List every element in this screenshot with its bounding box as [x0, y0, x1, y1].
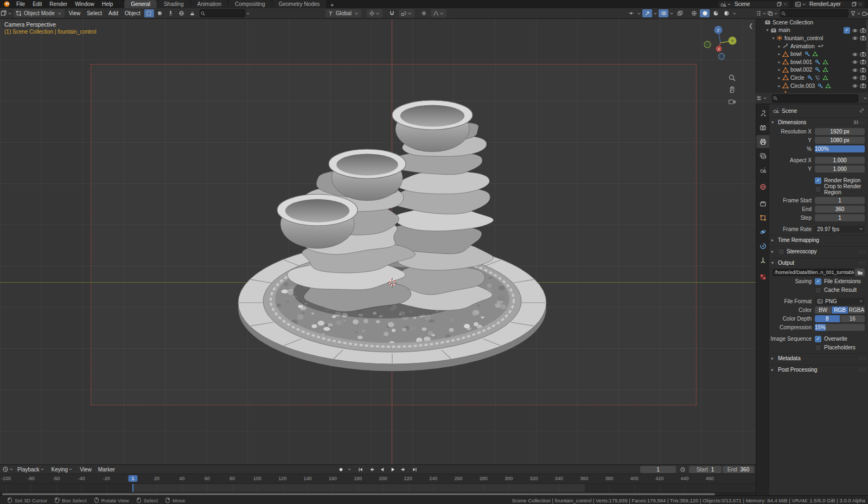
overwrite-checkbox[interactable]: ✓	[815, 336, 821, 342]
panel-header-metadata[interactable]: ▸Metadata∷∷	[769, 353, 868, 363]
timeline-menu-playback[interactable]: Playback	[14, 467, 48, 473]
view-layer-selector-label[interactable]: RenderLayer	[807, 1, 851, 7]
display-mode-icon[interactable]	[767, 10, 773, 16]
new-collection-icon[interactable]	[861, 10, 868, 17]
timeline-menu-keying[interactable]: Keying	[48, 467, 77, 473]
tool-stamp-icon[interactable]	[188, 9, 197, 17]
properties-tab-tool[interactable]	[756, 107, 770, 120]
color-mode-option-rgb[interactable]: RGB	[832, 307, 848, 314]
viewport-search-input[interactable]	[206, 10, 245, 16]
placeholders-checkbox[interactable]	[815, 344, 821, 351]
viewport-menu-object[interactable]: Object	[122, 10, 144, 16]
outliner-item-label[interactable]: Circle	[790, 75, 805, 81]
proportional-editing-toggle[interactable]	[419, 9, 429, 17]
pivot-point-dropdown[interactable]	[367, 9, 382, 17]
toggle-xray[interactable]	[675, 9, 685, 17]
compression-slider[interactable]: 15%	[815, 324, 865, 331]
disclosure-right-icon[interactable]: ▸	[776, 75, 782, 80]
chevron-down-icon[interactable]	[669, 11, 674, 16]
object-visibility[interactable]	[626, 9, 636, 17]
presets-icon[interactable]	[853, 119, 859, 125]
scene-selector[interactable]: Scene	[718, 1, 790, 8]
viewport-menu-add[interactable]: Add	[105, 10, 122, 16]
frame-rate-dropdown[interactable]: 29.97 fps	[815, 226, 865, 233]
outliner-row-main[interactable]: ▾main✓	[756, 27, 868, 35]
disable-in-renders-camera-icon[interactable]	[860, 51, 866, 58]
outliner-search-input[interactable]	[786, 10, 848, 16]
menu-help[interactable]: Help	[98, 1, 117, 7]
chevron-down-icon[interactable]	[347, 467, 352, 472]
crop-to-render-region-checkbox[interactable]	[815, 186, 821, 193]
panel-expand-icon[interactable]: ▾	[771, 260, 778, 265]
outliner-item-label[interactable]: Animation	[790, 43, 814, 49]
collection-checkbox[interactable]: ✓	[844, 27, 850, 34]
filter-icon[interactable]	[850, 10, 856, 16]
auto-keying-button[interactable]	[336, 465, 346, 474]
properties-search-input[interactable]	[778, 95, 858, 101]
timeline-menu-marker[interactable]: Marker	[95, 467, 118, 473]
use-preview-range-button[interactable]	[678, 465, 687, 474]
panel-expand-icon[interactable]: ▾	[771, 120, 778, 125]
hide-in-viewport-eye-icon[interactable]	[852, 67, 858, 73]
resolution-percent-slider[interactable]: 100%	[815, 145, 865, 152]
viewport-menu-select[interactable]: Select	[84, 10, 105, 16]
frame-start-field[interactable]: Start1	[689, 466, 722, 473]
menu-file[interactable]: File	[12, 1, 29, 7]
zoom-view-icon[interactable]	[726, 72, 738, 84]
hide-in-viewport-eye-icon[interactable]	[852, 27, 858, 34]
disable-in-renders-camera-icon[interactable]	[860, 35, 866, 41]
outliner-row-fountain_control[interactable]: ▾fountain_control	[756, 34, 868, 42]
current-frame-field[interactable]: 1	[640, 466, 676, 473]
snap-target-dropdown[interactable]	[399, 9, 414, 17]
editor-type-3d-viewport-icon[interactable]	[0, 10, 7, 17]
resolution-y-field[interactable]: 1080 px	[815, 137, 865, 144]
shading-solid[interactable]	[700, 9, 710, 17]
hide-in-viewport-eye-icon[interactable]	[852, 35, 858, 41]
play-reverse-button[interactable]	[378, 465, 387, 474]
tab-shading[interactable]: Shading	[157, 0, 190, 8]
panel-collapse-icon[interactable]: ▸	[771, 367, 778, 372]
properties-tab-constraints[interactable]	[756, 239, 770, 252]
next-keyframe-button[interactable]	[399, 465, 409, 474]
color-mode-option-rgba[interactable]: RGBA	[848, 307, 865, 314]
disclosure-right-icon[interactable]: ▸	[776, 60, 782, 65]
aspect-y-field[interactable]: 1.000	[815, 165, 865, 173]
disable-in-renders-camera-icon[interactable]	[860, 59, 866, 65]
panel-header-dimensions[interactable]: ▾Dimensions∷∷	[769, 117, 868, 127]
pin-icon[interactable]	[859, 107, 865, 114]
panel-header-time-remapping[interactable]: ▸Time Remapping	[769, 235, 868, 245]
show-overlays[interactable]	[659, 9, 668, 17]
color-depth-option-8[interactable]: 8	[815, 315, 840, 322]
new-scene-icon[interactable]	[776, 1, 782, 7]
frame-end-field[interactable]: End360	[723, 466, 754, 473]
color-depth-option-16[interactable]: 16	[840, 315, 865, 322]
panel-collapse-icon[interactable]: ▸	[771, 249, 778, 254]
cache-result-checkbox[interactable]	[815, 287, 821, 294]
frame-start-field[interactable]: 1	[815, 197, 865, 204]
hide-in-viewport-eye-icon[interactable]	[852, 59, 858, 65]
render-region-checkbox[interactable]: ✓	[815, 177, 821, 184]
properties-tab-texture[interactable]	[756, 270, 770, 283]
menu-edit[interactable]: Edit	[29, 1, 46, 7]
editor-type-timeline-icon[interactable]	[2, 466, 9, 473]
frame-end-field[interactable]: 360	[815, 206, 865, 213]
remove-view-layer-icon[interactable]	[857, 1, 863, 7]
timeline-ruler[interactable]: -100-80-60-40-20204060801001201401601802…	[0, 474, 756, 484]
chevron-down-icon[interactable]	[653, 11, 658, 16]
disclosure-right-icon[interactable]: ▸	[776, 44, 782, 49]
outliner-item-label[interactable]: main	[778, 27, 790, 33]
show-gizmo[interactable]	[642, 9, 652, 17]
tool-select-box-icon[interactable]	[144, 9, 154, 17]
outliner-row-circle[interactable]: ▸Circle	[756, 74, 868, 82]
disclosure-down-icon[interactable]: ▾	[770, 36, 776, 41]
disable-in-renders-camera-icon[interactable]	[860, 27, 866, 34]
panel-header-output[interactable]: ▾Output∷∷	[769, 258, 868, 267]
falloff-dropdown[interactable]	[431, 9, 446, 17]
outliner-item-label[interactable]: bowl.002	[790, 67, 812, 73]
camera-view-icon[interactable]	[726, 95, 738, 107]
tool-world-icon[interactable]	[177, 9, 187, 17]
menu-window[interactable]: Window	[71, 1, 98, 7]
hide-in-viewport-eye-icon[interactable]	[852, 74, 858, 81]
mode-dropdown[interactable]: Object Mode	[14, 9, 65, 17]
shading-wireframe[interactable]	[689, 9, 699, 17]
